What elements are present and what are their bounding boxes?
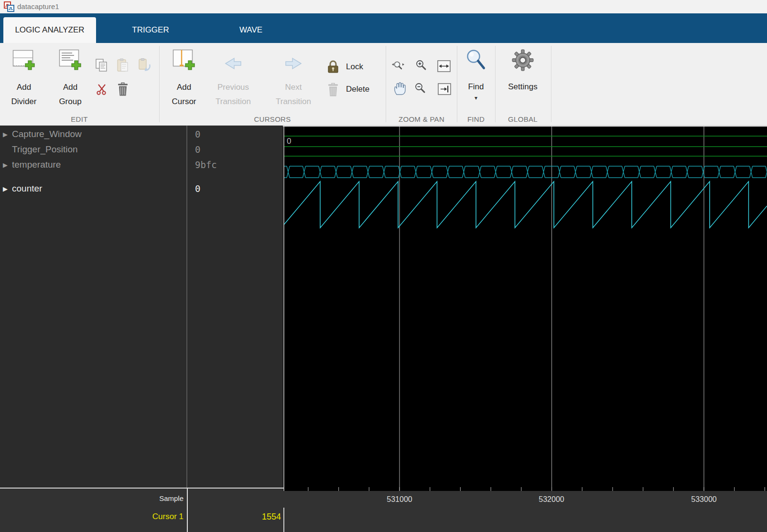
add-group-icon[interactable] xyxy=(59,49,82,71)
signal-row-counter[interactable]: ▶counter xyxy=(0,182,186,195)
signal-name: Trigger_Position xyxy=(12,144,78,154)
axis-units-label: Sample xyxy=(0,494,184,502)
signal-values-panel: 0 0 9bfc 0 xyxy=(187,126,283,488)
settings-gear-icon[interactable] xyxy=(512,49,534,71)
add-group-button[interactable]: Add xyxy=(42,83,99,92)
toolbar: Add Divider Add Group xyxy=(0,43,767,126)
previous-transition-button-line2[interactable]: Transition xyxy=(205,97,262,106)
axis-strip-divider xyxy=(187,489,188,532)
expand-arrow-icon[interactable]: ▶ xyxy=(3,159,12,171)
axis-tick-label: 533000 xyxy=(691,495,716,504)
tab-logic-analyzer[interactable]: LOGIC ANALYZER xyxy=(3,17,96,43)
expand-arrow-icon[interactable]: ▶ xyxy=(3,183,12,195)
section-label-cursors: CURSORS xyxy=(254,115,291,123)
signal-value: 0 xyxy=(195,143,200,156)
signal-row-trigger-position[interactable]: Trigger_Position xyxy=(0,143,186,156)
signal-row-temperature[interactable]: ▶temperature xyxy=(0,159,186,171)
tab-trigger[interactable]: TRIGGER xyxy=(117,17,184,43)
delete-cursor-button[interactable]: Delete xyxy=(346,85,369,94)
logic-analyzer-window: datacapture1 LOGIC ANALYZER TRIGGER WAVE… xyxy=(0,0,767,532)
toolbar-separator xyxy=(551,46,551,122)
add-divider-icon[interactable] xyxy=(12,49,35,71)
waveform-canvas: 0 xyxy=(283,126,767,491)
window-title: datacapture1 xyxy=(17,0,59,13)
cursor-1-label[interactable]: Cursor 1 xyxy=(0,512,184,521)
add-group-button-line2[interactable]: Group xyxy=(42,97,99,106)
paste-icon[interactable] xyxy=(116,58,130,73)
section-label-zoom-pan: ZOOM & PAN xyxy=(399,115,444,123)
add-cursor-icon[interactable] xyxy=(173,49,195,71)
titlebar: datacapture1 xyxy=(0,0,767,13)
settings-button[interactable]: Settings xyxy=(494,82,551,92)
add-cursor-button-line2[interactable]: Cursor xyxy=(155,97,213,106)
previous-transition-button[interactable]: Previous xyxy=(205,83,262,92)
signal-name: temperature xyxy=(12,160,61,170)
next-transition-icon[interactable] xyxy=(284,56,303,71)
section-label-find: FIND xyxy=(467,115,485,123)
toolbar-separator xyxy=(386,46,386,122)
delete-cursor-icon[interactable] xyxy=(327,83,339,97)
cursor-1-value: 1554 xyxy=(187,512,281,522)
lock-icon[interactable] xyxy=(326,59,340,74)
section-label-edit: EDIT xyxy=(71,115,87,123)
expand-arrow-icon[interactable]: ▶ xyxy=(3,128,12,141)
next-transition-button[interactable]: Next xyxy=(265,83,322,92)
axis-tick-label: 531000 xyxy=(387,495,412,504)
find-icon[interactable] xyxy=(465,49,486,72)
waveform-display[interactable]: 0 xyxy=(283,126,767,491)
delete-icon[interactable] xyxy=(117,82,129,97)
tab-wave[interactable]: WAVE xyxy=(217,17,284,43)
find-dropdown-icon[interactable]: ▾ xyxy=(475,95,477,101)
zoom-in-icon[interactable] xyxy=(415,59,428,72)
cursor-line-readout[interactable] xyxy=(283,508,284,532)
axis-strip-border xyxy=(0,488,284,489)
signal-names-panel: ▶Capture_Window Trigger_Position ▶temper… xyxy=(0,126,186,488)
pan-icon[interactable] xyxy=(392,81,407,96)
signal-name: counter xyxy=(12,183,42,193)
previous-transition-icon[interactable] xyxy=(224,56,243,71)
zoom-in-x-icon[interactable] xyxy=(391,60,405,72)
tab-bar: LOGIC ANALYZER TRIGGER WAVE xyxy=(0,13,767,43)
paste-special-icon[interactable] xyxy=(138,58,152,73)
bus-value-label: 0 xyxy=(287,137,291,146)
signal-value: 9bfc xyxy=(195,159,217,171)
copy-icon[interactable] xyxy=(95,58,109,73)
app-icon xyxy=(4,1,14,12)
signal-value: 0 xyxy=(195,128,200,140)
signal-name: Capture_Window xyxy=(12,129,82,139)
signal-row-capture-window[interactable]: ▶Capture_Window xyxy=(0,128,186,140)
fit-time-span-icon[interactable] xyxy=(437,60,451,72)
axis-tick-label: 532000 xyxy=(539,495,564,504)
next-transition-button-line2[interactable]: Transition xyxy=(265,97,322,106)
signal-value: 0 xyxy=(195,182,200,195)
section-label-global: GLOBAL xyxy=(508,115,538,123)
lock-button[interactable]: Lock xyxy=(346,62,363,72)
cut-icon[interactable] xyxy=(96,83,108,96)
add-cursor-button[interactable]: Add xyxy=(155,83,213,92)
zoom-out-icon[interactable] xyxy=(414,82,427,95)
